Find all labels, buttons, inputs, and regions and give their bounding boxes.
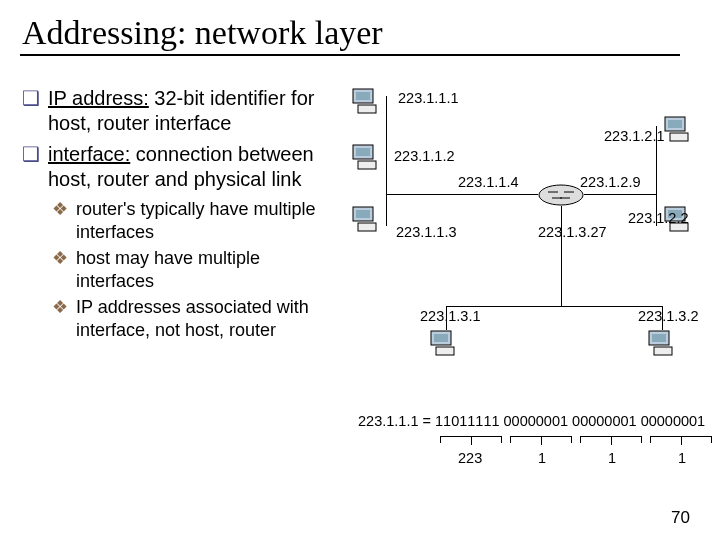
diamond-bullet-icon: ❖ (52, 247, 68, 292)
brace (440, 436, 502, 439)
link-line (584, 194, 656, 195)
ip-label: 223.1.3.1 (420, 308, 480, 324)
svg-point-9 (539, 185, 583, 205)
decimal-octet: 1 (608, 450, 616, 466)
ip-label: 223.1.2.2 (628, 210, 688, 226)
ip-label: 223.1.3.2 (638, 308, 698, 324)
host-icon (350, 86, 382, 118)
svg-rect-1 (356, 92, 370, 100)
svg-rect-2 (358, 105, 376, 113)
network-diagram: 223.1.1.1 223.1.1.2 223.1.1.3 223.1.1.4 … (350, 86, 700, 386)
subbullet-text: host may have multiple interfaces (76, 247, 342, 292)
decimal-octet: 1 (538, 450, 546, 466)
router-icon (538, 184, 584, 206)
svg-rect-4 (356, 148, 370, 156)
link-line (446, 306, 662, 307)
brace (580, 436, 642, 439)
svg-rect-21 (654, 347, 672, 355)
bullet-ip-address: ❑ IP address: 32-bit identifier for host… (22, 86, 342, 136)
ip-label: 223.1.1.2 (394, 148, 454, 164)
decimal-octet: 1 (678, 450, 686, 466)
ip-label: 223.1.1.3 (396, 224, 456, 240)
host-icon (350, 204, 382, 236)
link-line (446, 306, 447, 330)
slide-title: Addressing: network layer (0, 0, 720, 52)
binary-octet: 00000001 (572, 413, 637, 429)
diamond-bullet-icon: ❖ (52, 198, 68, 243)
bullet-term: IP address: (48, 87, 149, 109)
subbullet-text: IP addresses associated with interface, … (76, 296, 342, 341)
ip-label: 223.1.2.9 (580, 174, 640, 190)
subbullet-text: router's typically have multiple interfa… (76, 198, 342, 243)
link-line (561, 206, 562, 306)
host-icon (646, 328, 678, 360)
page-number: 70 (671, 508, 690, 528)
host-icon (350, 142, 382, 174)
ip-label: 223.1.1.1 (398, 90, 458, 106)
decimal-octet: 223 (458, 450, 482, 466)
bullet-interface: ❑ interface: connection between host, ro… (22, 142, 342, 192)
link-line (386, 194, 538, 195)
title-underline (20, 54, 680, 56)
svg-rect-5 (358, 161, 376, 169)
brace (510, 436, 572, 439)
bullet-term: interface: (48, 143, 130, 165)
ip-label: 223.1.3.27 (538, 224, 607, 240)
svg-rect-7 (356, 210, 370, 218)
binary-octet: 11011111 (435, 413, 500, 429)
subbullet-host-interfaces: ❖ host may have multiple interfaces (52, 247, 342, 292)
link-line (656, 126, 657, 226)
diamond-bullet-icon: ❖ (52, 296, 68, 341)
binary-lhs: 223.1.1.1 = (358, 413, 435, 429)
subbullet-ip-associated: ❖ IP addresses associated with interface… (52, 296, 342, 341)
binary-octet: 00000001 (641, 413, 706, 429)
svg-rect-17 (434, 334, 448, 342)
link-line (386, 96, 387, 226)
svg-rect-11 (668, 120, 682, 128)
brace (650, 436, 712, 439)
square-bullet-icon: ❑ (22, 142, 40, 192)
ip-label: 223.1.1.4 (458, 174, 518, 190)
svg-rect-20 (652, 334, 666, 342)
host-icon (428, 328, 460, 360)
link-line (662, 306, 663, 330)
binary-octet: 00000001 (504, 413, 569, 429)
body-text: ❑ IP address: 32-bit identifier for host… (22, 86, 342, 345)
subbullet-router-interfaces: ❖ router's typically have multiple inter… (52, 198, 342, 243)
binary-expansion: 223.1.1.1 = 11011111 00000001 00000001 0… (358, 413, 705, 429)
svg-rect-8 (358, 223, 376, 231)
svg-rect-12 (670, 133, 688, 141)
square-bullet-icon: ❑ (22, 86, 40, 136)
host-icon (662, 114, 694, 146)
svg-rect-18 (436, 347, 454, 355)
